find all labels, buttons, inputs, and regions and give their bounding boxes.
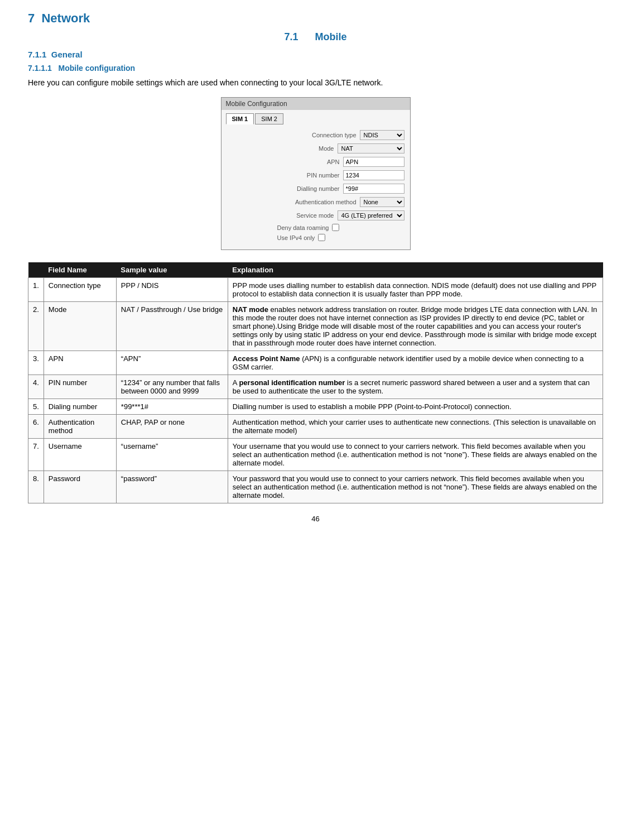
dialling-label: Dialling number xyxy=(267,185,340,192)
mode-row: Mode NAT Passthrough Use bridge xyxy=(227,143,404,153)
row-sample-value: *99***1# xyxy=(116,399,228,415)
row-num: 6. xyxy=(28,415,44,439)
deny-roaming-label: Deny data roaming xyxy=(277,224,329,231)
row-sample-value: NAT / Passthrough / Use bridge xyxy=(116,302,228,351)
sim-tabs: SIM 1 SIM 2 xyxy=(221,110,410,124)
col-header-num xyxy=(28,262,44,278)
dialling-input[interactable] xyxy=(343,184,404,194)
table-row: 4.PIN number“1234” or any number that fa… xyxy=(28,375,603,399)
connection-type-label: Connection type xyxy=(284,132,357,138)
chapter-heading: 7 Network xyxy=(28,11,603,26)
row-field-name: Mode xyxy=(44,302,116,351)
row-sample-value: “APN” xyxy=(116,351,228,375)
table-row: 1.Connection typePPP / NDISPPP mode uses… xyxy=(28,278,603,302)
mode-select[interactable]: NAT Passthrough Use bridge xyxy=(338,143,404,153)
row-explanation: PPP mode uses dialling number to establi… xyxy=(228,278,603,302)
auth-row: Authentication method None CHAP PAP xyxy=(227,197,404,207)
col-header-field: Field Name xyxy=(44,262,116,278)
pin-label: PIN number xyxy=(267,172,340,179)
pin-input[interactable] xyxy=(343,170,404,180)
row-sample-value: CHAP, PAP or none xyxy=(116,415,228,439)
sim1-tab[interactable]: SIM 1 xyxy=(226,113,254,124)
row-num: 2. xyxy=(28,302,44,351)
subsection-heading: 7.1.1 General xyxy=(28,50,603,59)
deny-roaming-checkbox[interactable] xyxy=(332,224,339,231)
row-explanation: NAT mode enables network address transla… xyxy=(228,302,603,351)
table-row: 3.APN“APN”Access Point Name (APN) is a c… xyxy=(28,351,603,375)
service-mode-select[interactable]: 4G (LTE) preferred 3G only Auto xyxy=(338,210,404,220)
row-field-name: Username xyxy=(44,439,116,471)
ipv4-only-checkbox[interactable] xyxy=(318,234,325,241)
apn-row: APN xyxy=(227,157,404,167)
config-form: Connection type NDIS PPP Mode NAT Passth… xyxy=(221,124,410,249)
row-num: 1. xyxy=(28,278,44,302)
service-mode-row: Service mode 4G (LTE) preferred 3G only … xyxy=(227,210,404,220)
row-field-name: Dialing number xyxy=(44,399,116,415)
sim2-tab[interactable]: SIM 2 xyxy=(255,113,283,124)
table-row: 6.Authentication methodCHAP, PAP or none… xyxy=(28,415,603,439)
ipv4-only-label: Use IPv4 only xyxy=(277,234,315,241)
intro-text: Here you can configure mobile settings w… xyxy=(28,78,603,87)
row-field-name: Connection type xyxy=(44,278,116,302)
row-explanation: Access Point Name (APN) is a configurabl… xyxy=(228,351,603,375)
ipv4-only-row: Use IPv4 only xyxy=(227,234,404,241)
apn-label: APN xyxy=(267,159,340,165)
connection-type-select[interactable]: NDIS PPP xyxy=(360,130,404,140)
pin-row: PIN number xyxy=(227,170,404,180)
col-header-explanation: Explanation xyxy=(228,262,603,278)
connection-type-row: Connection type NDIS PPP xyxy=(227,130,404,140)
row-sample-value: “1234” or any number that falls between … xyxy=(116,375,228,399)
col-header-sample: Sample value xyxy=(116,262,228,278)
row-field-name: Password xyxy=(44,471,116,503)
subsubsection-heading: 7.1.1.1 Mobile configuration xyxy=(28,64,603,73)
apn-input[interactable] xyxy=(343,157,404,167)
row-explanation: A personal identification number is a se… xyxy=(228,375,603,399)
row-explanation: Dialling number is used to establish a m… xyxy=(228,399,603,415)
table-row: 7.Username“username”Your username that y… xyxy=(28,439,603,471)
auth-label: Authentication method xyxy=(284,199,357,205)
mobile-config-box: Mobile Configuration SIM 1 SIM 2 Connect… xyxy=(221,97,411,250)
page-number: 46 xyxy=(28,515,603,523)
row-sample-value: PPP / NDIS xyxy=(116,278,228,302)
row-field-name: PIN number xyxy=(44,375,116,399)
section-heading: 7.1 Mobile xyxy=(28,31,603,43)
dialling-row: Dialling number xyxy=(227,184,404,194)
table-row: 5.Dialing number*99***1#Dialling number … xyxy=(28,399,603,415)
row-num: 5. xyxy=(28,399,44,415)
row-sample-value: “password” xyxy=(116,471,228,503)
row-explanation: Your username that you would use to conn… xyxy=(228,439,603,471)
row-explanation: Authentication method, which your carrie… xyxy=(228,415,603,439)
mode-label: Mode xyxy=(262,145,334,152)
config-box-title: Mobile Configuration xyxy=(221,98,410,110)
row-sample-value: “username” xyxy=(116,439,228,471)
field-table: Field Name Sample value Explanation 1.Co… xyxy=(28,262,603,503)
row-num: 8. xyxy=(28,471,44,503)
row-num: 4. xyxy=(28,375,44,399)
row-explanation: Your password that you would use to conn… xyxy=(228,471,603,503)
table-row: 8.Password“password”Your password that y… xyxy=(28,471,603,503)
deny-roaming-row: Deny data roaming xyxy=(227,224,404,231)
row-field-name: APN xyxy=(44,351,116,375)
row-num: 3. xyxy=(28,351,44,375)
row-field-name: Authentication method xyxy=(44,415,116,439)
auth-select[interactable]: None CHAP PAP xyxy=(360,197,404,207)
config-box-wrapper: Mobile Configuration SIM 1 SIM 2 Connect… xyxy=(28,97,603,250)
table-row: 2.ModeNAT / Passthrough / Use bridgeNAT … xyxy=(28,302,603,351)
service-mode-label: Service mode xyxy=(262,212,334,219)
row-num: 7. xyxy=(28,439,44,471)
